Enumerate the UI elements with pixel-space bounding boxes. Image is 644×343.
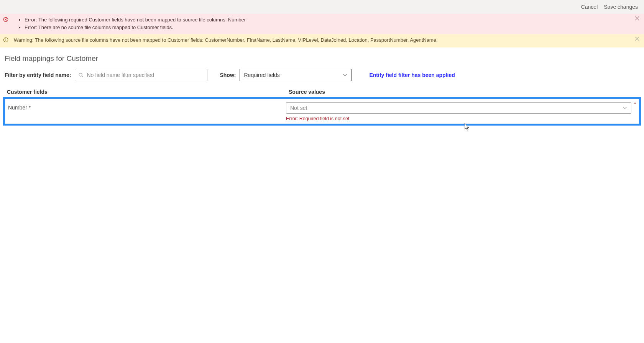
col-source-values: Source values: [289, 89, 639, 95]
error-item: Error: The following required Customer f…: [25, 16, 638, 24]
filter-row: Filter by entity field name: Show: Requi…: [0, 67, 644, 85]
col-customer-fields: Customer fields: [7, 89, 289, 95]
save-changes-button[interactable]: Save changes: [604, 4, 638, 10]
mapping-row-selected: Number * Not set * Error: Required field…: [3, 97, 641, 126]
error-item: Error: There are no source file columns …: [25, 24, 638, 31]
error-icon: [3, 17, 8, 22]
page-title: Field mappings for Customer: [0, 47, 644, 67]
chevron-down-icon: [343, 73, 347, 77]
warning-text: Warning: The following source file colum…: [14, 36, 638, 44]
filter-applied-msg: Entity field filter has been applied: [369, 72, 455, 78]
error-banner: Error: The following required Customer f…: [0, 14, 644, 34]
source-value-dropdown[interactable]: Not set: [286, 102, 631, 114]
filter-search[interactable]: [75, 69, 207, 81]
close-icon[interactable]: [635, 16, 639, 21]
filter-input[interactable]: [86, 72, 204, 78]
field-error-msg: Error: Required field is not set: [286, 116, 636, 121]
show-label: Show:: [220, 72, 236, 78]
show-dropdown-value: Required fields: [244, 72, 279, 78]
svg-point-6: [5, 39, 6, 39]
info-icon: [3, 37, 8, 42]
search-icon: [78, 72, 84, 78]
chevron-down-icon: [623, 106, 627, 110]
show-dropdown[interactable]: Required fields: [240, 69, 352, 81]
field-label-number: Number *: [8, 102, 286, 111]
top-header: Cancel Save changes: [0, 0, 644, 14]
warning-banner: Warning: The following source file colum…: [0, 34, 644, 47]
required-asterisk: *: [634, 101, 636, 107]
close-icon[interactable]: [635, 36, 639, 41]
svg-line-11: [82, 76, 83, 77]
svg-point-10: [79, 73, 82, 76]
source-value-text: Not set: [290, 105, 307, 111]
mapping-table-header: Customer fields Source values: [0, 85, 644, 97]
filter-label: Filter by entity field name:: [5, 72, 71, 78]
cancel-button[interactable]: Cancel: [581, 4, 598, 10]
